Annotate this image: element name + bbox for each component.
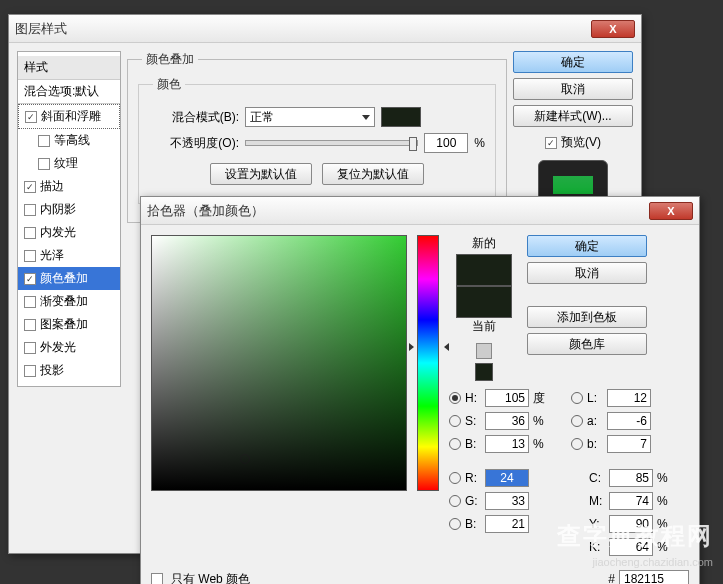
value-input[interactable] (485, 492, 529, 510)
hex-prefix: # (608, 572, 615, 584)
blend-mode-value: 正常 (250, 109, 274, 126)
add-swatch-button[interactable]: 添加到色板 (527, 306, 647, 328)
style-item-11[interactable]: 投影 (18, 359, 120, 382)
style-label: 内阴影 (40, 201, 76, 218)
value-row: L: (571, 389, 675, 407)
style-checkbox[interactable] (24, 204, 36, 216)
style-checkbox[interactable] (24, 296, 36, 308)
style-checkbox[interactable] (24, 227, 36, 239)
cp-cancel-button[interactable]: 取消 (527, 262, 647, 284)
style-checkbox[interactable] (24, 342, 36, 354)
opacity-unit: % (474, 136, 485, 150)
close-icon[interactable]: X (649, 202, 693, 220)
style-checkbox[interactable] (24, 319, 36, 331)
radio[interactable] (571, 438, 583, 450)
slider-thumb[interactable] (409, 137, 417, 151)
value-label: M: (589, 494, 605, 508)
blend-options-header[interactable]: 混合选项:默认 (18, 80, 120, 104)
style-label: 内发光 (40, 224, 76, 241)
style-item-1[interactable]: 等高线 (18, 129, 120, 152)
cp-ok-button[interactable]: 确定 (527, 235, 647, 257)
style-item-3[interactable]: ✓描边 (18, 175, 120, 198)
style-label: 颜色叠加 (40, 270, 88, 287)
style-item-8[interactable]: 渐变叠加 (18, 290, 120, 313)
radio[interactable] (571, 415, 583, 427)
style-label: 渐变叠加 (40, 293, 88, 310)
web-safe-swatch[interactable] (475, 363, 493, 381)
styles-list[interactable]: 样式 混合选项:默认 ✓斜面和浮雕等高线纹理✓描边内阴影内发光光泽✓颜色叠加渐变… (17, 51, 121, 387)
current-color-swatch[interactable] (456, 286, 512, 318)
style-checkbox[interactable]: ✓ (25, 111, 37, 123)
radio[interactable] (449, 392, 461, 404)
style-item-5[interactable]: 内发光 (18, 221, 120, 244)
value-input[interactable] (485, 435, 529, 453)
value-input[interactable] (609, 492, 653, 510)
style-label: 斜面和浮雕 (41, 108, 101, 125)
cancel-button[interactable]: 取消 (513, 78, 633, 100)
value-label: a: (587, 414, 603, 428)
layer-style-titlebar[interactable]: 图层样式 X (9, 15, 641, 43)
style-item-7[interactable]: ✓颜色叠加 (18, 267, 120, 290)
value-input[interactable] (607, 435, 651, 453)
style-item-4[interactable]: 内阴影 (18, 198, 120, 221)
radio[interactable] (449, 495, 461, 507)
color-sub-fieldset: 颜色 混合模式(B): 正常 不透明度(O): % (138, 76, 496, 204)
hex-input[interactable] (619, 570, 689, 584)
radio[interactable] (449, 518, 461, 530)
section-title: 颜色叠加 (142, 51, 198, 68)
web-only-checkbox[interactable] (151, 573, 163, 584)
color-cursor-icon (240, 454, 250, 464)
opacity-slider[interactable] (245, 140, 418, 146)
value-input[interactable] (485, 515, 529, 533)
style-item-6[interactable]: 光泽 (18, 244, 120, 267)
style-checkbox[interactable] (38, 135, 50, 147)
value-label: L: (587, 391, 603, 405)
style-checkbox[interactable]: ✓ (24, 181, 36, 193)
radio[interactable] (449, 415, 461, 427)
hue-pointer-icon (413, 346, 445, 347)
value-input[interactable] (607, 389, 651, 407)
radio[interactable] (449, 472, 461, 484)
style-label: 图案叠加 (40, 316, 88, 333)
opacity-input[interactable] (424, 133, 468, 153)
ok-button[interactable]: 确定 (513, 51, 633, 73)
new-style-button[interactable]: 新建样式(W)... (513, 105, 633, 127)
value-unit: % (657, 471, 675, 485)
value-input[interactable] (485, 389, 529, 407)
style-item-10[interactable]: 外发光 (18, 336, 120, 359)
value-input[interactable] (609, 469, 653, 487)
style-checkbox[interactable] (38, 158, 50, 170)
color-picker-titlebar[interactable]: 拾色器（叠加颜色） X (141, 197, 699, 225)
preview-checkbox[interactable]: ✓ (545, 137, 557, 149)
color-field[interactable] (151, 235, 407, 491)
style-item-2[interactable]: 纹理 (18, 152, 120, 175)
value-label: C: (589, 471, 605, 485)
reset-default-button[interactable]: 复位为默认值 (322, 163, 424, 185)
current-label: 当前 (472, 318, 496, 335)
value-input[interactable] (607, 412, 651, 430)
value-row: C:% (571, 469, 675, 487)
close-icon[interactable]: X (591, 20, 635, 38)
style-item-0[interactable]: ✓斜面和浮雕 (18, 104, 120, 129)
style-item-9[interactable]: 图案叠加 (18, 313, 120, 336)
overlay-color-swatch[interactable] (381, 107, 421, 127)
blend-mode-select[interactable]: 正常 (245, 107, 375, 127)
style-checkbox[interactable] (24, 365, 36, 377)
style-checkbox[interactable] (24, 250, 36, 262)
hue-slider[interactable] (417, 235, 439, 491)
value-row: B: (449, 515, 551, 533)
new-color-swatch[interactable] (456, 254, 512, 286)
radio[interactable] (571, 392, 583, 404)
value-input[interactable] (485, 469, 529, 487)
cube-icon[interactable] (476, 343, 492, 359)
value-input[interactable] (485, 412, 529, 430)
value-row: R: (449, 469, 551, 487)
style-label: 描边 (40, 178, 64, 195)
style-label: 等高线 (54, 132, 90, 149)
style-checkbox[interactable]: ✓ (24, 273, 36, 285)
color-library-button[interactable]: 颜色库 (527, 333, 647, 355)
style-label: 投影 (40, 362, 64, 379)
set-default-button[interactable]: 设置为默认值 (210, 163, 312, 185)
radio[interactable] (449, 438, 461, 450)
value-row: B:% (449, 435, 551, 453)
